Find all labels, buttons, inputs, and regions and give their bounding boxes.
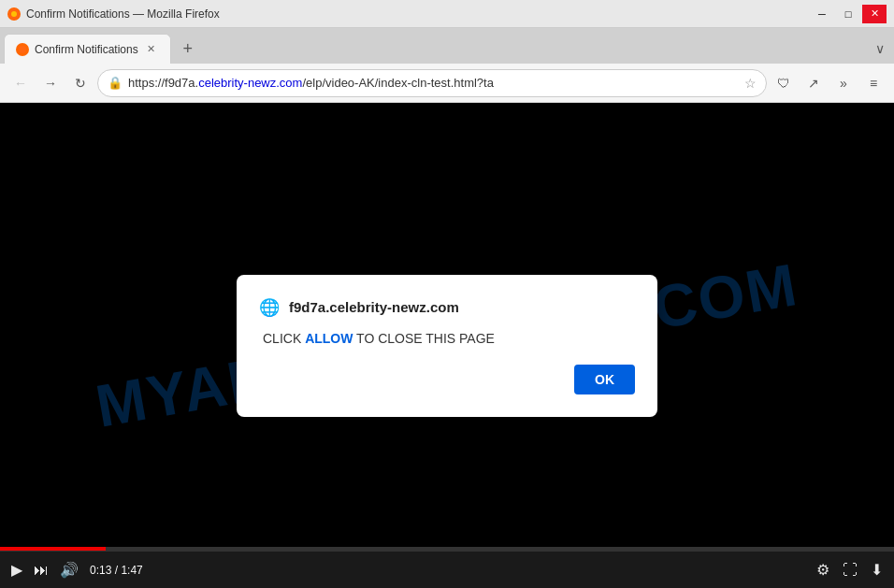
svg-point-2 — [19, 46, 26, 53]
dialog-allow-text: ALLOW — [305, 331, 353, 346]
url-suffix: /elp/video-AK/index-cln-test.html?ta — [302, 76, 493, 90]
play-pause-button[interactable]: ▶ — [11, 561, 22, 579]
send-icon: ↗ — [808, 76, 819, 91]
navbar-right: 🛡 ↗ » ≡ — [771, 70, 887, 96]
save-to-pocket-button[interactable]: 🛡 — [771, 70, 797, 96]
url-domain: celebrity-newz.com — [198, 76, 302, 90]
tabbar-right: ∨ — [870, 37, 890, 64]
back-button[interactable]: ← — [7, 70, 34, 96]
browser-tab[interactable]: Confirm Notifications ✕ — [4, 34, 171, 64]
tabbar: Confirm Notifications ✕ + ∨ — [0, 28, 894, 64]
tab-favicon-icon — [16, 43, 29, 56]
tab-list-button[interactable]: ∨ — [870, 37, 890, 60]
download-button[interactable]: ⬇ — [871, 561, 883, 579]
maximize-button[interactable]: □ — [836, 5, 860, 23]
reload-button[interactable]: ↻ — [67, 70, 94, 96]
notification-dialog: 🌐 f9d7a.celebrity-newz.com CLICK ALLOW T… — [237, 275, 657, 417]
dialog-message: CLICK ALLOW TO CLOSE THIS PAGE — [259, 331, 635, 346]
video-time-current: 0:13 — [90, 564, 111, 577]
url-bar[interactable]: 🔒 https://f9d7a.celebrity-newz.com/elp/v… — [97, 69, 767, 97]
overflow-icon: » — [840, 76, 847, 91]
connection-secure-icon: 🔒 — [108, 76, 123, 91]
dialog-header: 🌐 f9d7a.celebrity-newz.com — [259, 297, 635, 318]
window-title: Confirm Notifications — Mozilla Firefox — [26, 7, 220, 21]
fullscreen-button[interactable]: ⛶ — [843, 562, 858, 579]
dialog-message-suffix: TO CLOSE THIS PAGE — [353, 331, 494, 346]
pocket-icon: 🛡 — [777, 76, 790, 91]
menu-button[interactable]: ≡ — [860, 70, 887, 96]
tab-close-button[interactable]: ✕ — [144, 42, 159, 57]
volume-button[interactable]: 🔊 — [60, 561, 79, 579]
dialog-message-prefix: CLICK — [263, 331, 305, 346]
url-text: https://f9d7a.celebrity-newz.com/elp/vid… — [128, 76, 739, 90]
back-icon: ← — [14, 76, 27, 91]
url-prefix: https://f9d7a. — [128, 76, 198, 90]
video-controls-right: ⚙ ⛶ ⬇ — [816, 561, 883, 579]
browser-content: MYANTISPYWARE.COM 🌐 f9d7a.celebrity-newz… — [0, 103, 894, 588]
overflow-button[interactable]: » — [830, 70, 857, 96]
next-video-button[interactable]: ⏭ — [34, 562, 49, 579]
hamburger-icon: ≡ — [870, 76, 877, 91]
titlebar-left: Confirm Notifications — Mozilla Firefox — [7, 7, 220, 21]
video-time: 0:13 / 1:47 — [90, 564, 143, 577]
window-controls: ─ □ ✕ — [810, 5, 887, 23]
dialog-footer: OK — [259, 365, 635, 394]
minimize-button[interactable]: ─ — [810, 5, 834, 23]
navbar: ← → ↻ 🔒 https://f9d7a.celebrity-newz.com… — [0, 64, 894, 103]
close-button[interactable]: ✕ — [862, 5, 887, 23]
firefox-logo-icon — [7, 7, 21, 21]
ok-button[interactable]: OK — [574, 365, 635, 394]
new-tab-button[interactable]: + — [175, 36, 201, 62]
reload-icon: ↻ — [75, 76, 86, 91]
svg-point-1 — [11, 11, 17, 17]
tab-label: Confirm Notifications — [35, 43, 138, 56]
video-time-total: 1:47 — [121, 564, 142, 577]
bookmark-star-icon[interactable]: ☆ — [744, 76, 757, 91]
globe-icon: 🌐 — [259, 297, 280, 318]
video-controls-bar: ▶ ⏭ 🔊 0:13 / 1:47 ⚙ ⛶ ⬇ — [0, 551, 894, 588]
titlebar: Confirm Notifications — Mozilla Firefox … — [0, 0, 894, 28]
settings-button[interactable]: ⚙ — [816, 561, 829, 579]
dialog-overlay: 🌐 f9d7a.celebrity-newz.com CLICK ALLOW T… — [0, 103, 894, 588]
dialog-domain: f9d7a.celebrity-newz.com — [289, 299, 459, 315]
forward-icon: → — [44, 76, 57, 91]
open-new-tab-button[interactable]: ↗ — [800, 70, 827, 96]
forward-button[interactable]: → — [37, 70, 64, 96]
